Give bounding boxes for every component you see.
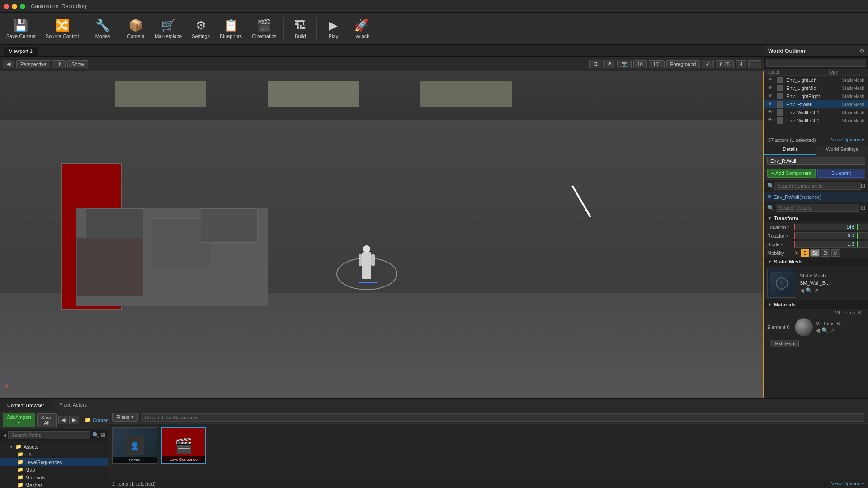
content-button[interactable]: 📦 Content: [122, 14, 149, 43]
close-button[interactable]: [4, 4, 9, 9]
wo-search-input[interactable]: [766, 59, 866, 67]
location-x-input[interactable]: [794, 224, 856, 230]
textures-badge[interactable]: Textures ▾: [770, 340, 799, 347]
wo-item[interactable]: 👁 Env_WallFGL1 StaticMesh: [764, 117, 868, 125]
vp-expand-btn[interactable]: ⤢: [702, 60, 714, 68]
nav-back-button[interactable]: ◀: [58, 416, 68, 424]
wo-item-type: StaticMesh: [842, 94, 864, 99]
viewport-tab-1[interactable]: Viewport 1: [4, 47, 38, 56]
rotation-x-input[interactable]: [794, 232, 856, 239]
right-panels: World Outliner ⚙ Label Type 👁 Env_LightL…: [764, 45, 868, 398]
mobility-st2-button[interactable]: St: [821, 249, 830, 257]
add-component-button[interactable]: + Add Component: [767, 169, 816, 178]
save-current-button[interactable]: 💾 Save Current: [2, 14, 40, 43]
tree-item[interactable]: 📁 Meshes: [0, 481, 108, 488]
scale-x-input[interactable]: [794, 241, 856, 248]
vp-perspective-btn[interactable]: Perspective: [16, 60, 50, 68]
mobility-m-button[interactable]: M: [831, 249, 840, 257]
det-name-input[interactable]: [767, 157, 865, 165]
wo-item[interactable]: 👁 Env_WallFGL1 StaticMesh: [764, 108, 868, 117]
asset-clapboard-thumb[interactable]: 🎬 LevelSequence: [161, 427, 206, 464]
cinematics-button[interactable]: 🎬 Cinematics: [247, 14, 281, 43]
vp-lit-btn[interactable]: Lit: [52, 60, 66, 68]
wo-item[interactable]: 👁 Env_RtWall StaticMesh: [764, 100, 868, 108]
wo-item[interactable]: 👁 Env_LightMid StaticMesh: [764, 84, 868, 92]
mat-thumbnail[interactable]: [795, 318, 813, 336]
vp-show-btn[interactable]: Show: [67, 60, 88, 68]
search-components-input[interactable]: [774, 182, 861, 190]
wo-settings-icon[interactable]: ⚙: [859, 48, 864, 54]
mobility-st1-button[interactable]: St: [810, 249, 820, 257]
save-all-button[interactable]: Save All: [37, 413, 57, 427]
breadcrumb-content[interactable]: Content: [93, 418, 110, 423]
vp-num-4[interactable]: 4: [736, 60, 746, 68]
scale-y-input[interactable]: [857, 241, 868, 248]
search-assets-input[interactable]: [141, 413, 864, 422]
tab-content-browser[interactable]: Content Browser: [0, 399, 52, 411]
mat-browse-icon[interactable]: ◀: [816, 327, 820, 333]
wo-item[interactable]: 👁 Env_LightLeft StaticMesh: [764, 76, 868, 84]
blueprint-button[interactable]: Blueprint: [817, 169, 866, 178]
viewport-canvas[interactable]: Z X: [0, 71, 764, 398]
maximize-button[interactable]: [20, 4, 25, 9]
mobility-s-button[interactable]: S: [801, 249, 809, 257]
vp-angle-btn[interactable]: 10°: [649, 60, 665, 68]
settings-button[interactable]: ⚙ Settings: [187, 14, 214, 43]
vp-refresh-btn[interactable]: ↺: [603, 60, 615, 68]
nav-fwd-button[interactable]: ▶: [69, 416, 79, 424]
wo-view-options[interactable]: View Options ▾: [831, 137, 864, 143]
play-label: Play: [329, 33, 338, 39]
vp-camera-btn[interactable]: 📷: [617, 60, 632, 68]
vp-grid-btn[interactable]: ⊞: [589, 60, 601, 68]
vp-opacity-btn[interactable]: 0.25: [716, 60, 733, 68]
vp-num-10[interactable]: 10: [633, 60, 647, 68]
det-search-comp-bar: 🔍 ⊞: [764, 180, 868, 192]
transform-section-header[interactable]: ▼ Transform: [764, 214, 868, 223]
play-button[interactable]: ▶ Play: [320, 14, 347, 43]
save-icon: 💾: [14, 19, 28, 33]
marketplace-button[interactable]: 🛒 Marketplace: [150, 14, 186, 43]
bot-view-options[interactable]: View Options ▾: [831, 481, 864, 487]
wo-item-label: Env_WallFGL1: [786, 110, 838, 115]
asset-scene-thumb[interactable]: 👤 Scene: [112, 427, 157, 464]
tab-details[interactable]: Details: [764, 145, 816, 155]
toolbar-divider-3: [283, 17, 284, 40]
tree-item[interactable]: ▼ 📁 Assets: [0, 443, 108, 450]
add-import-button[interactable]: Add/Import ▾: [3, 413, 35, 427]
search-path-grid-icon[interactable]: ⊞: [101, 432, 105, 438]
vp-foreground-btn[interactable]: Foreground: [666, 60, 700, 68]
search-path-search-icon[interactable]: 🔍: [92, 432, 99, 438]
clapboard-thumb-preview: 🎬: [162, 432, 205, 459]
static-mesh-section-header[interactable]: ▼ Static Mesh: [764, 258, 868, 266]
mat-find-icon[interactable]: 🔍: [821, 327, 828, 333]
search-details-input[interactable]: [776, 204, 859, 212]
bot-footer: 2 items (1 selected) View Options ▾: [108, 479, 868, 488]
sm-find-icon[interactable]: 🔍: [806, 287, 812, 294]
blueprints-button[interactable]: 📋 Blueprints: [215, 14, 246, 43]
sm-browse-icon[interactable]: ◀: [800, 287, 804, 294]
search-paths-input[interactable]: [8, 431, 90, 439]
build-button[interactable]: 🏗 Build: [287, 14, 314, 43]
launch-button[interactable]: 🚀 Launch: [348, 14, 375, 43]
wo-item[interactable]: 👁 Env_LightRight StaticMesh: [764, 92, 868, 100]
vp-nav-prev[interactable]: ◀: [3, 60, 14, 68]
tree-item[interactable]: 📁 FX: [0, 450, 108, 458]
tab-place-actors[interactable]: Place Actors: [52, 399, 94, 411]
location-y-input[interactable]: [857, 224, 868, 230]
minimize-button[interactable]: [12, 4, 17, 9]
modes-button[interactable]: 🔧 Modes: [89, 14, 116, 43]
tree-item[interactable]: 📁 LevelSequences: [0, 458, 108, 466]
vp-fullscreen-btn[interactable]: ⛶: [748, 60, 761, 68]
mat-open-icon[interactable]: ↗: [830, 327, 835, 333]
tree-item[interactable]: 📁 Map: [0, 466, 108, 474]
folder-icon: 📁: [17, 467, 24, 473]
sm-open-icon[interactable]: ↗: [814, 287, 819, 294]
source-control-button[interactable]: 🔀 Source Control: [41, 14, 83, 43]
tab-world-settings[interactable]: World Settings: [816, 145, 868, 155]
materials-section-header[interactable]: ▼ Materials: [764, 300, 868, 309]
filters-button[interactable]: Filters ▾: [112, 413, 138, 422]
det-grid-icon[interactable]: ⊞: [861, 205, 865, 211]
rotation-y-input[interactable]: [857, 232, 868, 239]
comp-grid-icon[interactable]: ⊞: [861, 183, 865, 189]
tree-item[interactable]: 📁 Materials: [0, 474, 108, 481]
